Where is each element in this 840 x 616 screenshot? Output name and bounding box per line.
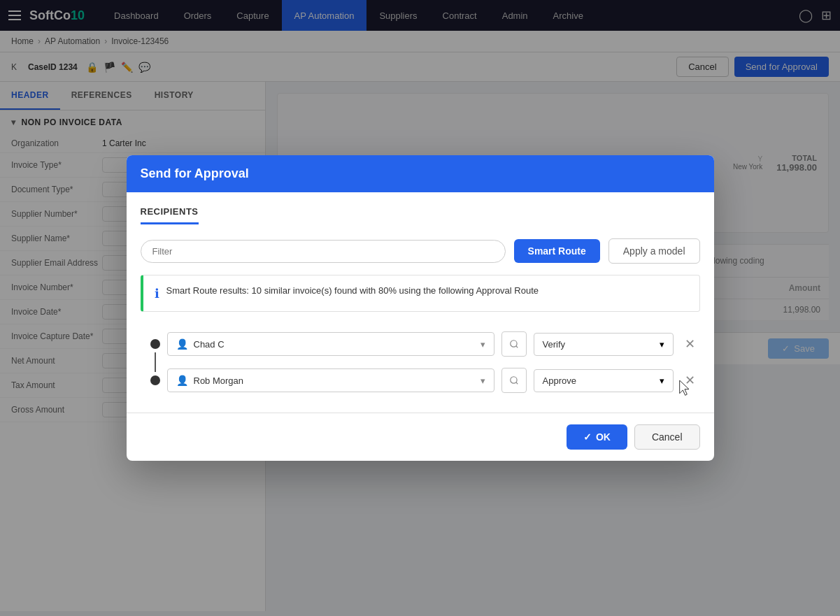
chevron-down-icon-1: ▾ (480, 375, 485, 386)
smart-route-info-text: Smart Route results: 10 similar invoice(… (166, 285, 539, 296)
recipient-dot-1 (150, 375, 160, 385)
svg-point-0 (510, 341, 516, 347)
recipients-tab[interactable]: RECIPIENTS (141, 206, 199, 224)
recipient-name-0: Chad C (194, 339, 475, 350)
recipient-search-1[interactable] (501, 368, 527, 393)
svg-line-3 (515, 382, 518, 385)
action-chevron-1: ▾ (660, 375, 664, 386)
ok-button[interactable]: ✓ OK (567, 424, 627, 450)
smart-route-info-banner: ℹ Smart Route results: 10 similar invoic… (141, 275, 700, 312)
recipients-list: 👤 Chad C ▾ Verify ▾ ✕ (141, 326, 700, 399)
modal-overlay: Send for Approval RECIPIENTS Smart Route… (0, 0, 840, 611)
modal-title: Send for Approval (141, 166, 249, 180)
remove-recipient-1[interactable]: ✕ (681, 371, 700, 390)
svg-point-2 (510, 377, 516, 383)
modal-footer: ✓ OK Cancel (127, 413, 714, 461)
chevron-down-icon-0: ▾ (480, 339, 485, 350)
recipient-select-1[interactable]: 👤 Rob Morgan ▾ (167, 368, 494, 392)
remove-recipient-0[interactable]: ✕ (681, 334, 700, 354)
modal-header: Send for Approval (127, 155, 714, 192)
action-select-1[interactable]: Approve ▾ (534, 369, 674, 392)
send-for-approval-modal: Send for Approval RECIPIENTS Smart Route… (127, 155, 714, 461)
person-icon-1: 👤 (176, 375, 188, 386)
modal-body: RECIPIENTS Smart Route Apply a model ℹ S… (127, 192, 714, 413)
action-name-0: Verify (543, 339, 654, 350)
info-icon: ℹ (155, 286, 159, 301)
action-name-1: Approve (543, 375, 654, 386)
ok-check-icon: ✓ (583, 431, 592, 443)
recipient-row-0: 👤 Chad C ▾ Verify ▾ ✕ (141, 326, 700, 362)
modal-cancel-button[interactable]: Cancel (634, 424, 700, 450)
recipient-dot-0 (150, 339, 160, 349)
recipient-select-0[interactable]: 👤 Chad C ▾ (167, 332, 494, 356)
recipient-name-1: Rob Morgan (194, 375, 475, 386)
action-chevron-0: ▾ (660, 339, 664, 350)
recipient-search-0[interactable] (501, 331, 527, 357)
recipient-row-1: 👤 Rob Morgan ▾ Approve ▾ ✕ (141, 362, 700, 399)
smart-route-button[interactable]: Smart Route (514, 239, 600, 263)
person-icon-0: 👤 (176, 338, 188, 350)
svg-line-1 (515, 346, 518, 348)
ok-label: OK (596, 431, 611, 443)
filter-row: Smart Route Apply a model (141, 238, 700, 264)
apply-model-button[interactable]: Apply a model (608, 238, 700, 264)
action-select-0[interactable]: Verify ▾ (534, 333, 674, 356)
filter-input[interactable] (141, 240, 506, 263)
